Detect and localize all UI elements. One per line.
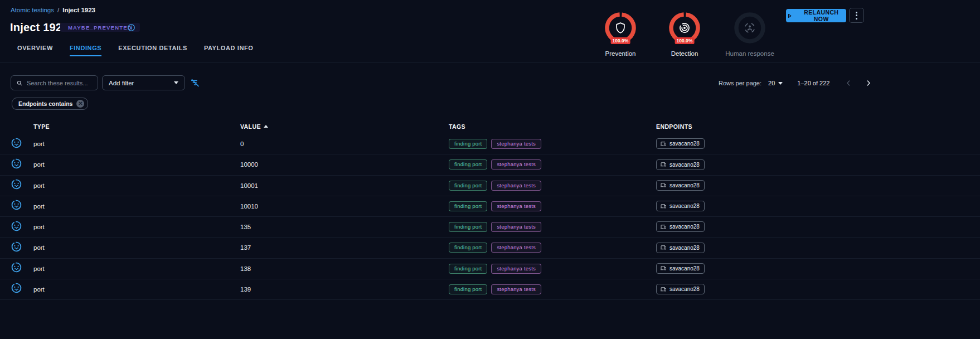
clear-filters-icon[interactable] (190, 78, 200, 88)
finding-tags: finding portstephanya tests (449, 139, 656, 149)
filter-chip-label: Endpoints contains (18, 100, 72, 107)
endpoint-chip[interactable]: savacano28 (656, 159, 705, 170)
finding-tags: finding portstephanya tests (449, 181, 656, 191)
tab-execution-details[interactable]: EXECUTION DETAILS (118, 45, 187, 56)
port-icon (11, 261, 22, 273)
tag-chip[interactable]: finding port (449, 284, 487, 294)
human-response-score-gauge: Human response (716, 12, 783, 57)
table-row[interactable]: port 139 finding portstephanya tests sav… (0, 279, 980, 300)
play-icon (786, 12, 793, 20)
endpoint-chip[interactable]: savacano28 (656, 201, 705, 211)
tag-chip[interactable]: stephanya tests (491, 201, 541, 211)
endpoint-name: savacano28 (669, 285, 700, 293)
search-icon (16, 79, 23, 87)
finding-tags: finding portstephanya tests (449, 284, 656, 294)
shield-icon (617, 23, 624, 33)
previous-page-button[interactable] (843, 78, 854, 89)
tag-chip[interactable]: finding port (449, 201, 487, 211)
detection-score-label: Detection (671, 50, 698, 57)
endpoint-name: savacano28 (669, 223, 700, 230)
endpoint-name: savacano28 (669, 182, 700, 189)
remove-filter-icon[interactable]: ✕ (76, 100, 84, 108)
tag-chip[interactable]: stephanya tests (491, 264, 541, 274)
finding-endpoints: savacano28 (656, 243, 980, 254)
add-filter-dropdown[interactable]: Add filter (102, 75, 185, 90)
column-header-type[interactable]: TYPE (33, 123, 240, 130)
breadcrumb-link-atomic-testings[interactable]: Atomic testings (11, 7, 54, 13)
table-row[interactable]: port 138 finding portstephanya tests sav… (0, 259, 980, 279)
tag-chip[interactable]: stephanya tests (491, 139, 541, 149)
endpoint-name: savacano28 (669, 202, 700, 210)
row-icon-cell (11, 137, 33, 151)
finding-tags: finding portstephanya tests (449, 243, 656, 253)
row-icon-cell (11, 282, 33, 296)
port-icon (11, 241, 22, 253)
sort-ascending-icon (264, 125, 268, 128)
tag-chip[interactable]: stephanya tests (491, 181, 541, 191)
tag-chip[interactable]: finding port (449, 139, 487, 149)
more-options-button[interactable] (849, 8, 864, 23)
finding-tags: finding portstephanya tests (449, 159, 656, 170)
finding-endpoints: savacano28 (656, 159, 980, 171)
endpoint-chip[interactable]: savacano28 (656, 263, 705, 274)
column-header-endpoints[interactable]: ENDPOINTS (656, 123, 980, 130)
finding-value: 10000 (240, 161, 449, 168)
info-icon[interactable] (127, 23, 135, 32)
rows-per-page-select[interactable]: 20 (768, 80, 783, 86)
column-header-value[interactable]: VALUE (240, 123, 449, 130)
tag-chip[interactable]: finding port (449, 264, 487, 274)
tab-payload-info[interactable]: PAYLOAD INFO (204, 45, 254, 56)
prevention-score-gauge: 100.0% Prevention (587, 12, 654, 57)
port-icon (11, 282, 22, 294)
relaunch-now-button[interactable]: RELAUNCH NOW (786, 9, 846, 22)
row-icon-cell (11, 220, 33, 234)
finding-type: port (33, 224, 240, 230)
chevron-down-icon (778, 82, 783, 85)
rows-per-page-value: 20 (768, 80, 775, 86)
tag-chip[interactable]: stephanya tests (491, 243, 541, 253)
tag-chip[interactable]: finding port (449, 159, 487, 170)
tag-chip[interactable]: stephanya tests (491, 159, 541, 170)
tag-chip[interactable]: finding port (449, 181, 487, 191)
endpoint-chip[interactable]: savacano28 (656, 243, 705, 253)
table-row[interactable]: port 135 finding portstephanya tests sav… (0, 217, 980, 238)
table-row[interactable]: port 137 finding portstephanya tests sav… (0, 238, 980, 258)
table-body: port 0 finding portstephanya tests savac… (0, 134, 980, 300)
port-icon (11, 158, 22, 170)
chevron-left-icon (844, 79, 853, 88)
detection-score-value: 100.0% (675, 37, 695, 44)
finding-value: 135 (240, 224, 449, 230)
finding-value: 137 (240, 244, 449, 251)
atomic-testing-page: Atomic testings / Inject 1923 Inject 192… (0, 0, 980, 339)
laptop-icon (660, 286, 667, 293)
header-divider (0, 62, 980, 63)
endpoint-chip[interactable]: savacano28 (656, 138, 705, 149)
next-page-button[interactable] (863, 78, 874, 89)
table-row[interactable]: port 10010 finding portstephanya tests s… (0, 196, 980, 217)
endpoint-chip[interactable]: savacano28 (656, 180, 705, 191)
chevron-down-icon (174, 81, 178, 84)
laptop-icon (660, 203, 667, 210)
tab-overview[interactable]: OVERVIEW (17, 45, 53, 56)
finding-endpoints: savacano28 (656, 221, 980, 233)
finding-type: port (33, 182, 240, 189)
laptop-icon (660, 141, 667, 147)
table-row[interactable]: port 0 finding portstephanya tests savac… (0, 134, 980, 154)
table-row[interactable]: port 10000 finding portstephanya tests s… (0, 154, 980, 175)
active-filter-chip[interactable]: Endpoints contains ✕ (12, 98, 88, 110)
endpoint-chip[interactable]: savacano28 (656, 221, 705, 232)
tag-chip[interactable]: stephanya tests (491, 222, 541, 232)
column-header-tags[interactable]: TAGS (449, 123, 656, 130)
laptop-icon (660, 224, 667, 230)
tag-chip[interactable]: finding port (449, 243, 487, 253)
endpoint-chip[interactable]: savacano28 (656, 284, 705, 294)
tag-chip[interactable]: stephanya tests (491, 284, 541, 294)
breadcrumb-separator: / (57, 7, 59, 13)
finding-type: port (33, 161, 240, 168)
port-icon (11, 178, 22, 190)
search-input[interactable] (27, 80, 93, 86)
endpoint-name: savacano28 (669, 265, 700, 272)
tag-chip[interactable]: finding port (449, 222, 487, 232)
tab-findings[interactable]: FINDINGS (70, 45, 101, 56)
table-row[interactable]: port 10001 finding portstephanya tests s… (0, 176, 980, 196)
